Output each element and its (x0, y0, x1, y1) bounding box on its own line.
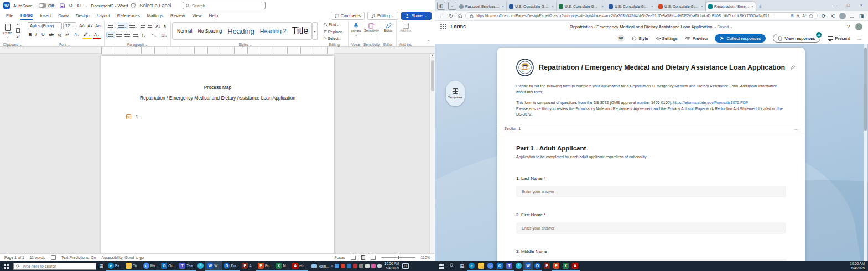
page-indicator[interactable]: Page 1 of 1 (4, 256, 24, 259)
cut-icon[interactable]: ✂ (16, 23, 19, 27)
menu-file[interactable]: File (6, 12, 14, 19)
taskbar-app-excel[interactable]: XM... (274, 261, 290, 271)
addins-button[interactable]: Add-ins (398, 22, 413, 33)
help-icon[interactable]: ? (847, 24, 850, 29)
task-view-button[interactable]: ⊞ (96, 263, 106, 269)
taskbar-app-powerpoint[interactable]: P (552, 261, 561, 271)
taskbar-app-docs[interactable]: DDo... (222, 261, 240, 271)
text-effects-icon[interactable]: A⌄ (73, 32, 81, 38)
taskbar-app-flag[interactable]: FA... (240, 261, 256, 271)
save-icon[interactable] (60, 3, 65, 8)
taskbar-app-outlook[interactable]: OOu... (159, 261, 178, 271)
settings-button[interactable]: Settings (656, 36, 678, 41)
taskbar-app-teams[interactable]: T (505, 261, 514, 271)
sensitivity-button[interactable]: Sensitivity⌄ (364, 22, 379, 37)
select-button[interactable]: ▷ Select⌄ (323, 35, 342, 41)
autosave-toggle[interactable]: Off (36, 3, 57, 9)
style-title[interactable]: Title (292, 26, 309, 36)
weather-widget[interactable]: Rain... (311, 264, 329, 268)
style-normal[interactable]: Normal (177, 28, 192, 34)
taskbar-app-teams[interactable]: TTea... (178, 261, 196, 271)
font-color-icon[interactable]: A⌄ (93, 32, 101, 39)
style-heading2[interactable]: Heading 2 (260, 28, 287, 34)
accessibility-status[interactable]: Accessibility: Good to go (101, 256, 144, 259)
volume-icon[interactable] (377, 264, 382, 268)
scrollbar-thumb[interactable] (431, 60, 434, 91)
last-name-input[interactable] (522, 189, 781, 194)
browser-tab-1[interactable]: Passport Services - U.S. Embas...× (457, 2, 507, 11)
browser-tab-5[interactable]: U.S. Consulate General Melbou...× (656, 2, 706, 11)
menu-help[interactable]: Help (208, 12, 218, 19)
taskbar-app-explorer[interactable]: To... (124, 261, 141, 271)
maximize-button[interactable]: □ (841, 0, 855, 10)
word-search-box[interactable] (183, 2, 266, 9)
styles-gallery-more-icon[interactable]: ▾ (312, 22, 318, 40)
italic-button[interactable]: I (34, 32, 38, 38)
tray-chevron-icon[interactable]: ^ (331, 264, 333, 268)
paste-button[interactable]: Paste ⌄ (2, 22, 14, 40)
word-page[interactable]: Process Map Repatriation / Emergency Med… (101, 56, 334, 253)
style-button[interactable]: Style (632, 36, 648, 41)
preview-button[interactable]: Preview (685, 36, 708, 41)
taskbar-app-docs[interactable]: D (533, 261, 542, 271)
print-layout-icon[interactable] (361, 255, 365, 260)
font-dialog-launcher-icon[interactable]: ⌄ (67, 43, 70, 46)
taskbar-app-chrome[interactable]: cMy... (142, 261, 160, 271)
paragraph-dialog-launcher-icon[interactable]: ⌄ (145, 43, 148, 46)
horizontal-ruler[interactable] (0, 47, 435, 54)
tray-icon[interactable] (335, 264, 339, 268)
present-button[interactable]: Present (828, 36, 850, 41)
first-name-input[interactable] (522, 226, 781, 231)
menu-design[interactable]: Design (75, 12, 90, 19)
focus-button[interactable]: Focus (335, 256, 345, 259)
underline-button[interactable]: U (40, 32, 46, 38)
workspaces-icon[interactable]: ◧ (437, 2, 445, 10)
question-first-name[interactable]: 2. First Name* (497, 212, 805, 234)
translate-icon[interactable]: 永 (796, 13, 800, 19)
shrink-font-icon[interactable]: A˅ (86, 23, 94, 29)
redo-icon[interactable]: ↻ (77, 3, 81, 8)
editor-button[interactable]: Editor (382, 22, 395, 33)
zoom-slider[interactable] (381, 257, 415, 258)
decrease-indent-icon[interactable] (139, 23, 146, 29)
grow-font-icon[interactable]: A˄ (78, 23, 86, 29)
zoom-slider-thumb[interactable] (398, 256, 399, 259)
account-avatar[interactable] (855, 23, 862, 30)
browser-profile-avatar[interactable] (839, 13, 846, 19)
taskbar-app-edge[interactable]: e (467, 261, 476, 271)
justify-button[interactable] (132, 32, 139, 38)
taskbar-app-word[interactable]: W (523, 261, 533, 271)
back-icon[interactable]: ← (438, 13, 445, 19)
collect-responses-button[interactable]: Collect responses (715, 34, 766, 43)
taskbar-app-edge[interactable]: ePa... (106, 261, 124, 271)
style-no-spacing[interactable]: No Spacing (197, 28, 222, 34)
menu-draw[interactable]: Draw (58, 12, 69, 19)
action-center-icon[interactable]: 21 (402, 263, 409, 269)
editing-mode-button[interactable]: Editing⌄ (367, 12, 398, 20)
menu-mailings[interactable]: Mailings (147, 12, 164, 19)
taskbar-app-word[interactable]: WW... (205, 261, 222, 271)
tab-close-icon[interactable]: × (751, 4, 753, 8)
browser-tab-2[interactable]: U.S. Consulate General Melbou...× (507, 2, 557, 11)
word-count[interactable]: 11 words (30, 256, 45, 259)
menu-insert[interactable]: Insert (39, 12, 51, 19)
tray-icon[interactable] (341, 264, 345, 268)
dictate-button[interactable]: Dictate⌄ (350, 22, 362, 37)
menu-home[interactable]: Home (20, 12, 33, 20)
browser-tab-4[interactable]: U.S. Consulate General Melbou...× (606, 2, 656, 11)
tab-close-icon[interactable]: × (701, 4, 703, 8)
proofing-icon[interactable] (51, 255, 56, 260)
close-button[interactable]: × (855, 0, 868, 10)
browser-tab-active-forms[interactable]: Repatriation / Emergency Medi...× (706, 2, 756, 11)
superscript-button[interactable]: x² (64, 32, 70, 38)
home-icon[interactable] (457, 13, 462, 19)
tab-close-icon[interactable]: × (601, 4, 604, 8)
form-title[interactable]: Repatriation / Emergency Medical and Die… (539, 64, 785, 71)
tray-icon[interactable] (371, 264, 376, 268)
favorite-star-icon[interactable] (809, 14, 813, 18)
taskbar-app-atom[interactable]: * (514, 261, 523, 271)
ds3072-link[interactable]: https://eforms.state.gov/Forms/ds3072.PD… (673, 101, 748, 105)
line-spacing-icon[interactable]: ↕⌄ (140, 32, 147, 38)
tab-close-icon[interactable]: × (651, 4, 653, 8)
tray-icon[interactable] (365, 264, 370, 268)
